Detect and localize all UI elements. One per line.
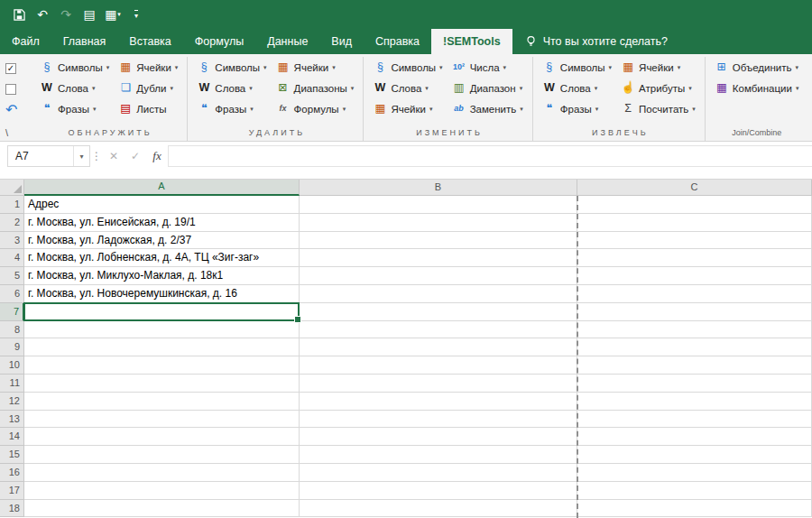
row-header-1[interactable]: 1 [0,196,24,214]
row-header-4[interactable]: 4 [0,249,24,267]
tab-file[interactable]: Файл [0,29,51,54]
row-header-9[interactable]: 9 [0,338,24,356]
ribbon-button-extract-phrases[interactable]: ❝Фразы▾ [539,98,615,119]
cell-A14[interactable] [24,428,300,446]
undo-icon[interactable]: ↶ [32,5,52,24]
row-header-13[interactable]: 13 [0,411,24,429]
cell-B9[interactable] [300,338,577,356]
formula-input[interactable] [168,145,812,167]
cell-C17[interactable] [577,482,812,500]
cell-A12[interactable] [24,393,300,411]
cell-B17[interactable] [300,482,577,500]
cell-A16[interactable] [24,464,300,482]
ribbon-button-delete-formulas[interactable]: fxФормулы▾ [272,98,358,119]
cell-B2[interactable] [300,214,577,232]
ribbon-button-detect-cells[interactable]: ▦Ячейки▾ [115,57,181,78]
cell-C10[interactable] [577,356,812,375]
ribbon-button-change-words[interactable]: WСлова▾ [369,78,446,98]
cell-B13[interactable] [300,411,577,429]
redo-icon[interactable]: ↷ [56,5,76,24]
ribbon-button-detect-symbols[interactable]: §Символы▾ [36,57,113,78]
cell-A2[interactable]: г. Москва, ул. Енисейская, д. 19/1 [24,214,300,232]
ribbon-button-change-symbols[interactable]: §Символы▾ [369,57,446,78]
cell-B4[interactable] [300,249,577,267]
ribbon-button-detect-phrases[interactable]: ❝Фразы▾ [36,98,113,119]
select-all-corner[interactable] [0,180,24,196]
row-header-10[interactable]: 10 [0,356,24,375]
ribbon-button-extract-attributes[interactable]: ☝Атрибуты▾ [617,78,699,98]
row-header-17[interactable]: 17 [0,482,24,500]
tab-help[interactable]: Справка [364,29,431,54]
table-tools-icon[interactable]: ▦▾ [103,5,123,24]
cell-A15[interactable] [24,446,300,464]
cell-C16[interactable] [577,464,812,482]
ribbon-button-change-cells[interactable]: ▦Ячейки▾ [369,98,446,119]
cell-C7[interactable] [577,303,812,321]
column-header-B[interactable]: B [300,180,577,196]
tab-data[interactable]: Данные [255,29,319,54]
ribbon-button-delete-cells[interactable]: ▦Ячейки▾ [272,57,358,78]
tab-view[interactable]: Вид [319,29,364,54]
cell-C13[interactable] [577,411,812,429]
row-header-3[interactable]: 3 [0,232,24,250]
cell-A17[interactable] [24,482,300,500]
tab-home[interactable]: Главная [51,29,118,54]
cell-C18[interactable] [577,500,812,518]
cell-C8[interactable] [577,321,812,339]
cell-A9[interactable] [24,338,300,356]
cell-C1[interactable] [577,196,812,214]
row-header-2[interactable]: 2 [0,214,24,232]
ribbon-button-extract-count[interactable]: ΣПосчитать▾ [617,98,699,119]
cell-C12[interactable] [577,393,812,411]
ribbon-button-join-join[interactable]: ⊞Объединить▾ [711,57,803,78]
cell-A4[interactable]: г. Москва, ул. Лобненская, д. 4А, ТЦ «Зи… [24,249,300,267]
cell-A6[interactable]: г. Москва, ул. Новочеремушкинская, д. 16 [24,285,300,303]
cell-A7[interactable] [24,303,300,321]
undo-change-icon[interactable]: ↶ [5,99,31,120]
ribbon-button-delete-phrases[interactable]: ❝Фразы▾ [193,98,270,119]
cell-C3[interactable] [577,232,812,250]
insert-function-icon[interactable]: fx [146,145,168,167]
row-header-15[interactable]: 15 [0,446,24,464]
cell-A18[interactable] [24,500,300,518]
ribbon-button-detect-words[interactable]: WСлова▾ [36,78,113,98]
checkbox-unchecked-icon[interactable] [5,79,31,99]
ribbon-button-detect-duplicates[interactable]: ❏Дубли▾ [115,78,181,98]
cell-A11[interactable] [24,375,300,393]
checkbox-checked-icon[interactable]: ✓ [5,58,31,79]
name-box[interactable]: A7 ▾ [7,145,90,167]
cell-B6[interactable] [300,285,577,303]
tab-formulas[interactable]: Формулы [183,29,255,54]
cell-B7[interactable] [300,303,577,321]
cell-B16[interactable] [300,464,577,482]
tell-me-box[interactable]: Что вы хотите сделать? [525,29,668,54]
name-box-dropdown-icon[interactable]: ▾ [73,146,89,166]
cell-C11[interactable] [577,375,812,393]
cell-C6[interactable] [577,285,812,303]
ribbon-button-join-combinations[interactable]: ▦Комбинации▾ [711,78,803,98]
workbook-view-icon[interactable]: ▤ [79,5,99,24]
save-icon[interactable] [9,5,29,24]
cell-A5[interactable]: г. Москва, ул. Миклухо-Маклая, д. 18к1 [24,267,300,285]
ribbon-button-change-range[interactable]: ▥Диапазон▾ [448,78,527,98]
row-header-6[interactable]: 6 [0,285,24,303]
cell-B5[interactable] [300,267,577,285]
ribbon-button-delete-symbols[interactable]: §Символы▾ [193,57,270,78]
row-header-5[interactable]: 5 [0,267,24,285]
ribbon-button-delete-ranges[interactable]: ⊠Диапазоны▾ [272,78,358,98]
row-header-12[interactable]: 12 [0,393,24,411]
row-header-8[interactable]: 8 [0,321,24,339]
cell-C9[interactable] [577,338,812,356]
row-header-14[interactable]: 14 [0,428,24,446]
tab-semtools[interactable]: !SEMTools [431,29,512,54]
cell-C14[interactable] [577,428,812,446]
cell-B3[interactable] [300,232,577,250]
cell-A3[interactable]: г. Москва, ул. Ладожская, д. 2/37 [24,232,300,250]
cell-B12[interactable] [300,393,577,411]
cell-B8[interactable] [300,321,577,339]
ribbon-button-delete-words[interactable]: WСлова▾ [193,78,270,98]
cell-B1[interactable] [300,196,577,214]
cell-C15[interactable] [577,446,812,464]
row-header-16[interactable]: 16 [0,464,24,482]
cell-C2[interactable] [577,214,812,232]
